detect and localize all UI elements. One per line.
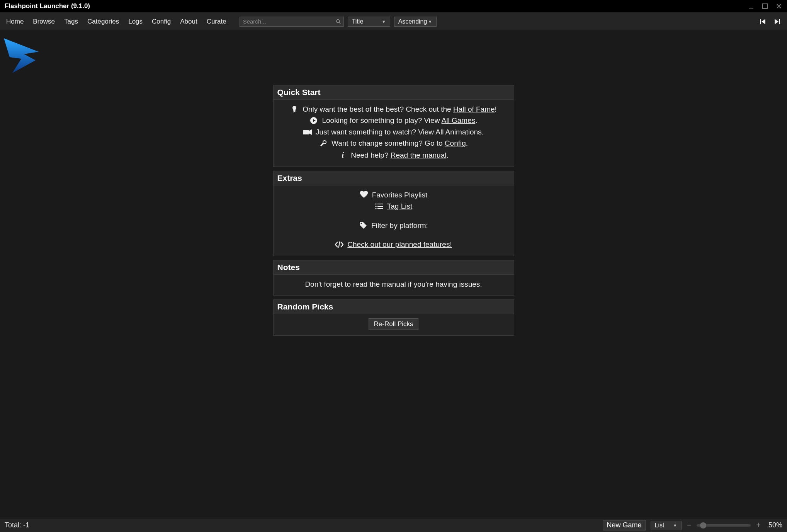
sort-order-select[interactable]: Ascending ▼ xyxy=(394,17,437,27)
tag-icon xyxy=(359,221,367,229)
search-input[interactable] xyxy=(240,17,343,26)
notes-header: Notes xyxy=(274,260,514,275)
random-picks-panel: Random Picks Re-Roll Picks xyxy=(273,299,514,336)
menu-config[interactable]: Config xyxy=(152,18,171,25)
view-mode-select[interactable]: List ▼ xyxy=(651,521,682,530)
total-label: Total: -1 xyxy=(5,521,29,529)
menu-home[interactable]: Home xyxy=(6,18,24,25)
qs-row-all-games: Looking for something to play? View All … xyxy=(279,115,508,126)
content-area: Quick Start Only want the best of the be… xyxy=(0,31,787,518)
search-input-wrap[interactable] xyxy=(240,17,344,27)
footer-right: New Game List ▼ − + 50% xyxy=(603,520,782,530)
svg-rect-0 xyxy=(749,8,753,8)
qs-row-config: Want to change something? Go to Config. xyxy=(279,138,508,149)
extras-taglist-row: Tag List xyxy=(279,201,508,212)
svg-rect-4 xyxy=(760,19,761,24)
zoom-out-button[interactable]: − xyxy=(686,521,692,530)
close-icon[interactable] xyxy=(775,3,782,10)
svg-point-15 xyxy=(375,203,376,204)
maximize-icon[interactable] xyxy=(762,3,768,10)
minimize-icon[interactable] xyxy=(748,3,755,10)
qs-text: Need help? xyxy=(351,151,390,159)
nav-last-icon[interactable] xyxy=(773,18,781,25)
menu-logs[interactable]: Logs xyxy=(128,18,143,25)
random-picks-header: Random Picks xyxy=(274,300,514,314)
extras-body: Favorites Playlist Tag List Filter by pl… xyxy=(274,185,514,256)
notes-panel: Notes Don't forget to read the manual if… xyxy=(273,260,514,296)
window-controls xyxy=(748,3,782,10)
nav-arrows xyxy=(759,18,781,25)
all-games-link[interactable]: All Games xyxy=(442,116,476,124)
menu-about[interactable]: About xyxy=(180,18,197,25)
extras-panel: Extras Favorites Playlist Tag List xyxy=(273,171,514,256)
reroll-button[interactable]: Re-Roll Picks xyxy=(369,318,418,330)
code-icon xyxy=(335,241,343,248)
svg-rect-1 xyxy=(763,4,767,8)
svg-line-22 xyxy=(339,241,340,248)
hall-of-fame-link[interactable]: Hall of Fame xyxy=(453,105,495,113)
qs-text: Just want something to watch? View xyxy=(316,128,435,136)
menu-curate[interactable]: Curate xyxy=(207,18,226,25)
qs-row-manual: i Need help? Read the manual. xyxy=(279,149,508,161)
svg-marker-5 xyxy=(762,19,765,24)
menu-categories[interactable]: Categories xyxy=(87,18,119,25)
qs-text: . xyxy=(446,151,448,159)
config-link[interactable]: Config xyxy=(445,139,466,147)
svg-rect-7 xyxy=(779,19,780,24)
chevron-down-icon: ▼ xyxy=(428,19,432,24)
view-mode-value: List xyxy=(655,522,665,529)
quick-start-body: Only want the best of the best? Check ou… xyxy=(274,100,514,167)
heart-icon xyxy=(360,191,368,198)
qs-text: ! xyxy=(495,105,497,113)
menu-browse[interactable]: Browse xyxy=(33,18,55,25)
favorites-link[interactable]: Favorites Playlist xyxy=(372,189,428,201)
video-icon xyxy=(303,129,312,135)
planned-features-link[interactable]: Check out our planned features! xyxy=(347,239,452,250)
notes-body: Don't forget to read the manual if you'r… xyxy=(274,275,514,295)
sort-order-value: Ascending xyxy=(398,18,427,25)
extras-planned-row: Check out our planned features! xyxy=(279,239,508,250)
svg-rect-16 xyxy=(377,204,383,204)
svg-marker-10 xyxy=(293,109,296,113)
footer-bar: Total: -1 New Game List ▼ − + 50% xyxy=(0,518,787,532)
new-game-button[interactable]: New Game xyxy=(603,520,646,530)
svg-point-17 xyxy=(375,206,376,207)
quick-start-panel: Quick Start Only want the best of the be… xyxy=(273,85,514,167)
taglist-link[interactable]: Tag List xyxy=(387,201,412,212)
qs-text: Looking for something to play? View xyxy=(322,116,441,124)
svg-rect-20 xyxy=(377,208,383,209)
wrench-icon xyxy=(319,139,328,147)
list-icon xyxy=(375,203,383,209)
zoom-in-button[interactable]: + xyxy=(755,521,762,530)
all-animations-link[interactable]: All Animations xyxy=(435,128,481,136)
qs-text: . xyxy=(466,139,468,147)
extras-filter-row: Filter by platform: xyxy=(279,220,508,231)
svg-marker-8 xyxy=(4,38,39,73)
sort-field-value: Title xyxy=(352,18,364,25)
zoom-percent: 50% xyxy=(766,521,782,529)
sort-field-select[interactable]: Title ▼ xyxy=(348,17,390,27)
search-sort-group: Title ▼ Ascending ▼ xyxy=(240,17,437,27)
extras-header: Extras xyxy=(274,171,514,185)
qs-text: Want to change something? Go to xyxy=(331,139,445,147)
quick-start-header: Quick Start xyxy=(274,85,514,100)
play-icon xyxy=(309,117,318,124)
manual-link[interactable]: Read the manual xyxy=(391,151,447,159)
qs-row-all-animations: Just want something to watch? View All A… xyxy=(279,126,508,138)
menu-tags[interactable]: Tags xyxy=(64,18,78,25)
svg-point-21 xyxy=(361,223,362,224)
svg-rect-13 xyxy=(303,130,309,134)
info-icon: i xyxy=(338,149,347,161)
filter-label: Filter by platform: xyxy=(371,220,428,231)
svg-rect-18 xyxy=(377,206,383,207)
qs-text: Only want the best of the best? Check ou… xyxy=(303,105,453,113)
zoom-slider[interactable] xyxy=(697,524,751,527)
nav-first-icon[interactable] xyxy=(759,18,767,25)
qs-text: . xyxy=(475,116,477,124)
svg-point-9 xyxy=(292,106,296,110)
titlebar: Flashpoint Launcher (9.1.0) xyxy=(0,0,787,12)
notes-text: Don't forget to read the manual if you'r… xyxy=(305,280,482,288)
chevron-down-icon: ▼ xyxy=(382,19,386,24)
zoom-slider-thumb[interactable] xyxy=(700,522,706,529)
extras-favorites-row: Favorites Playlist xyxy=(279,189,508,201)
